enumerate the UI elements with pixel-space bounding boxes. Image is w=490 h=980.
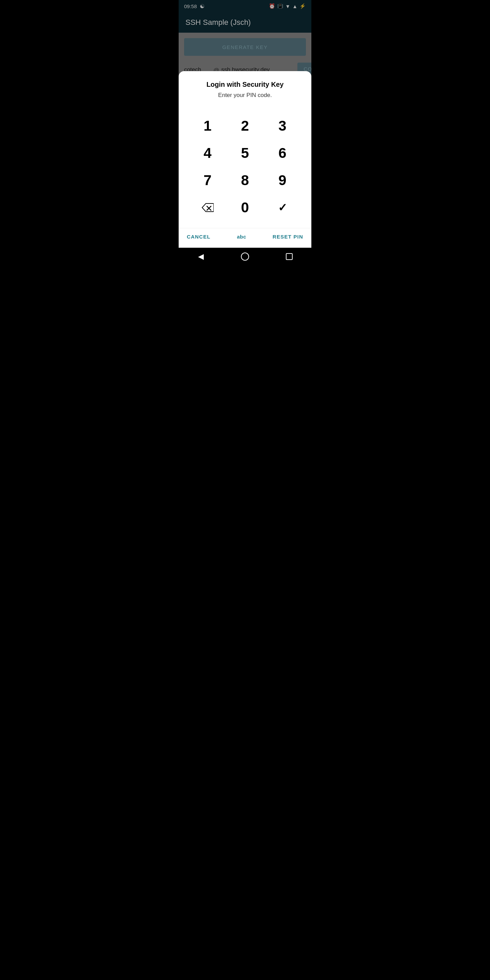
key-0[interactable]: 0 xyxy=(226,194,264,221)
key-9[interactable]: 9 xyxy=(264,167,301,194)
key-7[interactable]: 7 xyxy=(189,167,226,194)
cancel-button[interactable]: CANCEL xyxy=(185,231,212,242)
key-1[interactable]: 1 xyxy=(189,112,226,140)
recents-icon xyxy=(286,253,293,260)
nav-bar: ◀ xyxy=(179,248,311,266)
key-3[interactable]: 3 xyxy=(264,112,301,140)
reset-pin-button[interactable]: RESET PIN xyxy=(271,231,305,242)
key-backspace[interactable] xyxy=(189,194,226,221)
dialog-actions: CANCEL abc RESET PIN xyxy=(179,228,311,248)
home-button[interactable] xyxy=(235,249,255,264)
key-2[interactable]: 2 xyxy=(226,112,264,140)
back-button[interactable]: ◀ xyxy=(191,249,211,264)
key-5[interactable]: 5 xyxy=(226,140,264,167)
abc-label: abc xyxy=(237,234,246,240)
dialog-title: Login with Security Key xyxy=(179,81,311,89)
dialog-subtitle: Enter your PIN code. xyxy=(179,92,311,99)
recents-button[interactable] xyxy=(279,249,299,264)
home-icon xyxy=(241,253,249,261)
key-4[interactable]: 4 xyxy=(189,140,226,167)
key-8[interactable]: 8 xyxy=(226,167,264,194)
key-6[interactable]: 6 xyxy=(264,140,301,167)
numpad: 1 2 3 4 5 6 7 8 9 0 ✓ xyxy=(179,112,311,221)
pin-dialog: Login with Security Key Enter your PIN c… xyxy=(179,71,311,248)
key-confirm[interactable]: ✓ xyxy=(264,194,301,221)
